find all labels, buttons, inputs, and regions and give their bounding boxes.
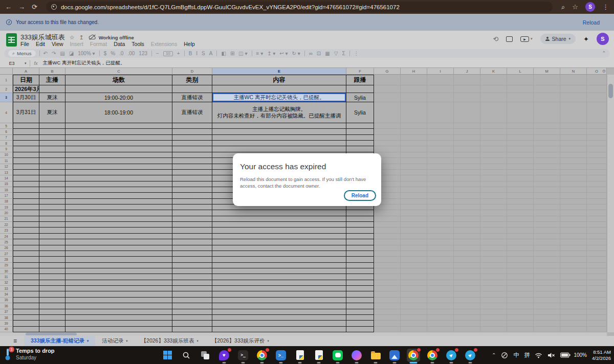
cell-C2[interactable] [65, 85, 172, 93]
cell-E37[interactable] [212, 309, 346, 315]
font-size-increase-icon[interactable]: + [177, 51, 180, 56]
cell-H9[interactable] [401, 146, 427, 152]
cell-F36[interactable] [346, 303, 374, 309]
cell-B39[interactable] [39, 321, 65, 326]
cell-D22[interactable] [172, 222, 212, 228]
hidden-icons-chevron[interactable]: ⌃ [492, 352, 496, 358]
cell-J23[interactable] [454, 228, 480, 233]
cell-A38[interactable] [13, 315, 39, 321]
cell-L21[interactable] [507, 216, 534, 222]
cell-L38[interactable] [507, 315, 534, 321]
cell-F39[interactable] [346, 321, 374, 326]
cell-B4[interactable]: 夏沫 [39, 102, 65, 123]
cell-J27[interactable] [454, 251, 480, 257]
cell-K32[interactable] [480, 280, 507, 286]
cell-L37[interactable] [507, 309, 534, 315]
cell-B29[interactable] [39, 263, 65, 268]
cell-J14[interactable] [454, 175, 480, 181]
cell-G38[interactable] [374, 315, 401, 321]
cell-F34[interactable] [346, 291, 374, 297]
cell-J24[interactable] [454, 234, 480, 239]
cell-A24[interactable] [13, 234, 39, 239]
cell-I15[interactable] [427, 181, 454, 187]
sheet-tab-3[interactable]: 【2026】333娱乐班表▾ [135, 336, 205, 346]
cell-C10[interactable] [65, 152, 172, 158]
cell-O27[interactable] [587, 251, 607, 257]
cell-H2[interactable] [401, 85, 427, 93]
cell-D27[interactable] [172, 251, 212, 257]
cell-H29[interactable] [401, 263, 427, 268]
forward-icon[interactable]: → [18, 4, 25, 10]
cell-B26[interactable] [39, 245, 65, 251]
cell-H38[interactable] [401, 315, 427, 321]
cell-E24[interactable] [212, 234, 346, 239]
horizontal-scrollbar-thumb[interactable] [26, 333, 77, 335]
cell-I28[interactable] [427, 257, 454, 262]
filter-icon[interactable]: ▽ [334, 51, 338, 56]
cell-F4[interactable]: Sylia [346, 102, 374, 123]
row-header-37[interactable]: 37 [0, 309, 13, 315]
cell-L9[interactable] [507, 146, 534, 152]
cell-A8[interactable] [13, 141, 39, 146]
cell-B3[interactable]: 夏沫 [39, 93, 65, 102]
cell-I21[interactable] [427, 216, 454, 222]
cell-F6[interactable] [346, 129, 374, 134]
cell-L23[interactable] [507, 228, 534, 233]
cell-L35[interactable] [507, 298, 534, 303]
cell-F29[interactable] [346, 263, 374, 268]
font-size-box-icon[interactable]: 10 [163, 51, 173, 56]
cell-D35[interactable] [172, 298, 212, 303]
file-explorer-icon[interactable] [369, 349, 382, 362]
cell-A32[interactable] [13, 280, 39, 286]
cell-B20[interactable] [39, 210, 65, 216]
cell-D10[interactable] [172, 152, 212, 158]
cell-N12[interactable] [560, 164, 587, 170]
row-header-27[interactable]: 27 [0, 251, 13, 257]
row-header-39[interactable]: 39 [0, 321, 13, 326]
cell-E34[interactable] [212, 291, 346, 297]
cell-D34[interactable] [172, 291, 212, 297]
row-header-20[interactable]: 20 [0, 210, 13, 216]
strikethrough-icon[interactable]: S [202, 51, 205, 56]
cell-A37[interactable] [13, 309, 39, 315]
cell-K12[interactable] [480, 164, 507, 170]
cell-J30[interactable] [454, 268, 480, 274]
cell-O21[interactable] [587, 216, 607, 222]
share-caret-icon[interactable]: ▾ [569, 37, 571, 41]
cell-K26[interactable] [480, 245, 507, 251]
cell-M8[interactable] [534, 141, 560, 146]
undo-icon[interactable]: ↶ [43, 51, 48, 56]
cell-H7[interactable] [401, 135, 427, 141]
cell-F25[interactable] [346, 239, 374, 245]
cell-E29[interactable] [212, 263, 346, 268]
column-header-C[interactable]: C [65, 68, 172, 75]
cell-I40[interactable] [427, 327, 454, 332]
cell-M11[interactable] [534, 158, 560, 164]
cell-F31[interactable] [346, 274, 374, 280]
cell-K21[interactable] [480, 216, 507, 222]
cell-A16[interactable] [13, 187, 39, 193]
cell-J25[interactable] [454, 239, 480, 245]
cell-G27[interactable] [374, 251, 401, 257]
cell-C32[interactable] [65, 280, 172, 286]
menu-edit[interactable]: Edit [36, 41, 45, 47]
cell-K22[interactable] [480, 222, 507, 228]
row-header-35[interactable]: 35 [0, 298, 13, 303]
cell-L31[interactable] [507, 274, 534, 280]
formula-bar-value[interactable]: 主播WC 离开时忘记关镜头，已提醒。 [43, 60, 125, 66]
cell-C22[interactable] [65, 222, 172, 228]
row-header-12[interactable]: 12 [0, 164, 13, 170]
cell-C25[interactable] [65, 239, 172, 245]
cell-I36[interactable] [427, 303, 454, 309]
cell-L13[interactable] [507, 170, 534, 175]
cell-H12[interactable] [401, 164, 427, 170]
cell-I19[interactable] [427, 204, 454, 210]
cell-H35[interactable] [401, 298, 427, 303]
cell-E33[interactable] [212, 286, 346, 291]
cell-O34[interactable] [587, 291, 607, 297]
cell-D9[interactable] [172, 146, 212, 152]
cell-N38[interactable] [560, 315, 587, 321]
cell-M26[interactable] [534, 245, 560, 251]
row-header-2[interactable]: 2 [0, 85, 13, 93]
cell-J22[interactable] [454, 222, 480, 228]
